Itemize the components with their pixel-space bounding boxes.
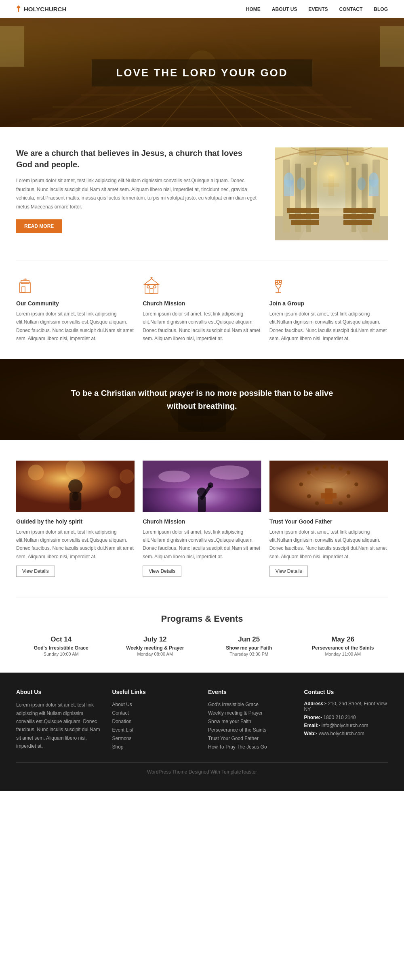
nav-events[interactable]: EVENTS [309,6,328,12]
program-date-2: Jun 25 [204,635,294,644]
church-interior-image [275,147,388,240]
program-date-3: May 26 [298,635,388,644]
card-3-btn[interactable]: View Details [269,566,308,577]
svg-rect-52 [21,280,29,284]
card-3-title: Trust Your Good Father [269,518,388,525]
nav-links: HOME ABOUT US EVENTS CONTACT BLOG [246,6,388,12]
program-item-1: July 12 Weekly meeting & Prayer Monday 0… [110,635,200,656]
about-image [275,147,388,240]
svg-rect-51 [22,287,25,292]
card-1-title: Guided by the holy spirit [16,518,135,525]
navbar: ☨ HOLYCHURCH HOME ABOUT US EVENTS CONTAC… [0,0,404,18]
svg-point-85 [210,465,250,479]
card-2-btn[interactable]: View Details [143,566,181,577]
feature-group-title: Join a Group [269,300,388,307]
mission-icon [143,277,261,296]
program-time-1: Monday 08:00 AM [110,652,200,656]
program-date-0: Oct 14 [16,635,106,644]
svg-rect-55 [145,284,158,293]
feature-community-body: Lorem ipsum dolor sit amet, test link ad… [16,310,135,343]
footer-link-4[interactable]: Sermons [112,736,132,741]
nav-about[interactable]: ABOUT US [272,6,297,12]
svg-point-84 [158,470,190,482]
svg-rect-49 [299,147,364,156]
footer-link-5[interactable]: Shop [112,744,124,750]
footer-links-list: About Us Contact Donation Event List Ser… [112,701,196,750]
feature-mission: Church Mission Lorem ipsum dolor sit ame… [143,277,261,343]
web-label: Web:- [304,731,318,736]
card-1-btn[interactable]: View Details [16,566,55,577]
feature-group-body: Lorem ipsum dolor sit amet, test link ad… [269,310,388,343]
svg-marker-56 [144,279,159,284]
card-2-image [143,460,261,513]
card-2-body: Lorem ipsum dolor sit amet, test link ad… [143,528,261,561]
svg-rect-105 [269,461,388,512]
program-title-2: Show me your Faith [204,645,294,651]
nav-blog[interactable]: BLOG [374,6,388,12]
logo-icon: ☨ [16,4,21,14]
program-time-2: Thursday 03:00 PM [204,652,294,656]
program-item-2: Jun 25 Show me your Faith Thursday 03:00… [204,635,294,656]
footer-events: Events God's Irresistible Grace Weekly m… [208,689,292,750]
programs-section: Programs & Events Oct 14 God's Irresisti… [0,597,404,673]
footer-about-title: About Us [16,689,100,695]
group-icon [269,277,388,296]
footer-link-3[interactable]: Event List [112,727,134,733]
footer-link-1[interactable]: Contact [112,710,129,716]
svg-point-66 [277,281,280,283]
card-1-image [16,460,135,513]
footer-grid: About Us Lorem ipsum dolor sit amet, tes… [16,689,388,750]
quote-banner: To be a Christian without prayer is no m… [0,359,404,440]
svg-point-76 [109,486,121,498]
address-label: Address:- [304,701,327,707]
features-section: Our Community Lorem ipsum dolor sit amet… [0,261,404,359]
nav-contact[interactable]: CONTACT [339,6,363,12]
svg-point-81 [72,491,79,501]
footer-event-2[interactable]: Show me your Faith [208,719,251,724]
program-item-3: May 26 Perseverance of the Saints Monday… [298,635,388,656]
card-3: Trust Your Good Father Lorem ipsum dolor… [269,460,388,577]
web-value: www.holychurch.com [319,731,364,736]
svg-rect-57 [150,288,153,293]
svg-point-46 [346,162,349,165]
feature-mission-body: Lorem ipsum dolor sit amet, test link ad… [143,310,261,343]
footer-about-body: Lorem ipsum dolor sit amet, test link ad… [16,701,100,750]
about-body: Lorem ipsum dolor sit amet, test link ad… [16,177,259,211]
program-title-3: Perseverance of the Saints [298,645,388,651]
footer-about: About Us Lorem ipsum dolor sit amet, tes… [16,689,100,750]
logo[interactable]: ☨ HOLYCHURCH [16,4,66,14]
about-text: We are a church that believes in Jesus, … [16,147,259,233]
footer-link-0[interactable]: About Us [112,702,132,707]
hero-title: LOVE THE LORD YOUR GOD [116,67,288,79]
program-time-3: Monday 11:00 AM [298,652,388,656]
feature-community-title: Our Community [16,300,135,307]
footer-event-3[interactable]: Perseverance of the Saints [208,727,266,733]
svg-point-45 [314,162,317,165]
hero-section: LOVE THE LORD YOUR GOD [0,18,404,127]
svg-point-79 [68,479,82,493]
card-2: Church Mission Lorem ipsum dolor sit ame… [143,460,261,577]
about-heading: We are a church that believes in Jesus, … [16,147,259,170]
svg-point-75 [28,465,44,480]
svg-point-58 [147,286,149,288]
footer-event-5[interactable]: How To Pray The Jesus Go [208,744,267,750]
svg-point-89 [208,482,214,488]
footer-contact-title: Contact Us [304,689,388,695]
contact-address: Address:- 210, 2nd Street, Front View NY [304,701,388,712]
about-section: We are a church that believes in Jesus, … [0,127,404,261]
footer-events-title: Events [208,689,292,695]
program-item-0: Oct 14 God's Irresistible Grace Sunday 1… [16,635,106,656]
card-2-title: Church Mission [143,518,261,525]
contact-phone: Phone:- 1800 210 2140 [304,715,388,720]
footer-event-0[interactable]: God's Irresistible Grace [208,702,259,707]
footer-link-2[interactable]: Donation [112,719,132,724]
footer-event-1[interactable]: Weekly meeting & Prayer [208,710,263,716]
feature-mission-title: Church Mission [143,300,261,307]
footer-event-4[interactable]: Trust Your Good Father [208,736,259,741]
read-more-button[interactable]: READ MORE [16,219,62,233]
footer-bottom-text: WordPress Theme Designed With TemplateTo… [147,769,257,775]
nav-home[interactable]: HOME [246,6,261,12]
contact-email: Email:- info@holychurch.com [304,723,388,728]
phone-value: 1800 210 2140 [324,715,356,720]
program-title-1: Weekly meeting & Prayer [110,645,200,651]
